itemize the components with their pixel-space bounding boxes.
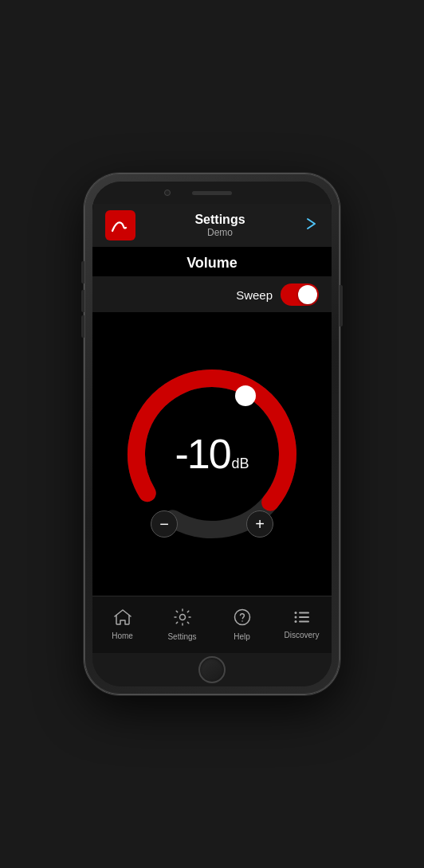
sweep-row: Sweep <box>92 277 332 312</box>
dial-value: -10 dB <box>175 430 249 478</box>
nav-item-settings[interactable]: Settings <box>152 608 212 641</box>
nav-label-settings: Settings <box>167 632 196 641</box>
help-icon <box>234 608 251 630</box>
nav-item-help[interactable]: Help <box>212 608 272 641</box>
dial-unit: dB <box>232 456 249 472</box>
nav-item-home[interactable]: Home <box>92 609 152 640</box>
phone-top-bar <box>92 182 332 204</box>
app-header: Settings Demo <box>92 204 332 247</box>
svg-point-4 <box>234 610 249 625</box>
phone-screen: Settings Demo Volume Sweep <box>92 182 332 686</box>
discovery-icon <box>293 610 311 628</box>
toggle-thumb <box>298 285 317 304</box>
nav-label-help: Help <box>234 632 250 641</box>
home-button[interactable] <box>198 656 226 683</box>
app-screen: Settings Demo Volume Sweep <box>92 204 332 653</box>
logo-box <box>105 210 135 240</box>
nav-label-home: Home <box>112 631 133 640</box>
svg-rect-7 <box>299 612 309 614</box>
header-title: Settings <box>194 213 245 227</box>
phone-speaker <box>192 191 232 195</box>
dial-number: -10 <box>175 430 230 478</box>
svg-rect-9 <box>299 616 309 618</box>
bottom-nav: Home Settings <box>92 596 332 653</box>
sweep-toggle[interactable] <box>281 283 319 306</box>
dial-area: -10 dB − + <box>92 312 332 596</box>
svg-point-8 <box>294 616 296 619</box>
nav-item-discovery[interactable]: Discovery <box>272 610 332 639</box>
svg-rect-11 <box>299 621 309 623</box>
dial-container: -10 dB − + <box>120 362 304 545</box>
bluetooth-icon <box>304 215 319 237</box>
volume-section: Volume <box>92 247 332 277</box>
svg-point-2 <box>235 385 256 406</box>
nav-label-discovery: Discovery <box>285 631 320 639</box>
svg-point-5 <box>241 620 243 622</box>
dial-minus-button[interactable]: − <box>151 510 178 538</box>
svg-point-3 <box>179 615 185 620</box>
home-icon <box>114 609 132 629</box>
phone-frame: Settings Demo Volume Sweep <box>84 174 340 694</box>
phone-bottom-bar <box>92 653 332 686</box>
header-subtitle: Demo <box>207 227 233 238</box>
settings-icon <box>174 608 191 630</box>
phone-camera <box>164 190 171 196</box>
brand-logo <box>110 217 131 234</box>
svg-point-6 <box>294 612 296 614</box>
dial-plus-button[interactable]: + <box>246 510 273 538</box>
plus-icon: + <box>255 515 265 534</box>
volume-label: Volume <box>186 255 238 271</box>
svg-point-10 <box>294 620 296 623</box>
minus-icon: − <box>159 515 169 534</box>
header-center: Settings Demo <box>194 213 245 238</box>
sweep-label: Sweep <box>236 288 273 302</box>
